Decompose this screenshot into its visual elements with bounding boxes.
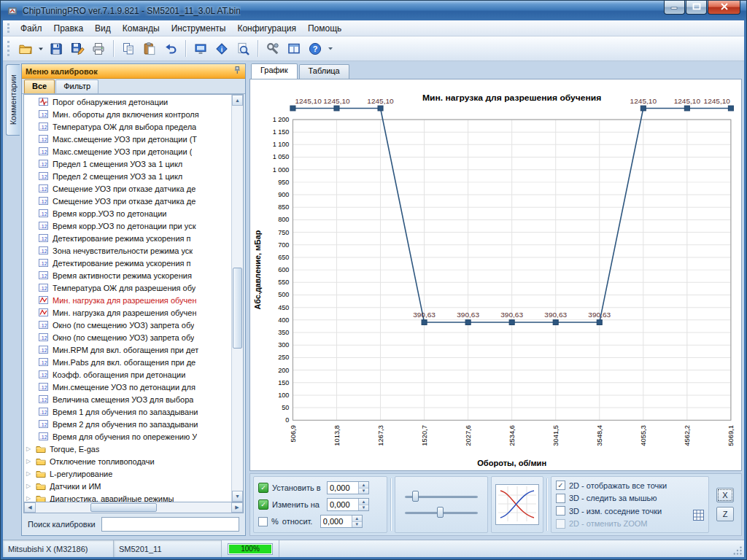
- chart-point[interactable]: [728, 106, 733, 111]
- tree-item[interactable]: Мин. нагрузка для разрешения обучен: [24, 306, 231, 319]
- scroll-up-icon[interactable]: ▲: [232, 95, 243, 106]
- vertical-scrollbar[interactable]: ▲ ▼: [231, 95, 243, 502]
- tree-item[interactable]: .12Предел 2 смещения УОЗ за 1 цикл: [24, 170, 231, 182]
- tree-item[interactable]: .12Предел 1 смещения УОЗ за 1 цикл: [24, 158, 231, 170]
- maximize-button[interactable]: [686, 1, 707, 15]
- toolbar-info-button[interactable]: i: [212, 39, 232, 59]
- menu-item-6[interactable]: Помощь: [302, 21, 347, 36]
- tree-item[interactable]: .12Детектирование режима ускорения п: [24, 232, 231, 244]
- expand-icon[interactable]: ▷: [26, 470, 36, 477]
- toolbar-search-button[interactable]: [233, 39, 253, 59]
- pin-icon[interactable]: [233, 66, 241, 77]
- chart-point[interactable]: [378, 106, 383, 111]
- tree-item[interactable]: .12Время активности режима ускорения: [24, 269, 231, 281]
- scroll-left-icon[interactable]: ◀: [24, 502, 36, 513]
- expand-icon[interactable]: ▷: [26, 495, 36, 502]
- menu-item-3[interactable]: Команды: [117, 21, 166, 36]
- tree-item[interactable]: Порог обнаружения детонации: [24, 96, 231, 108]
- spin-down-icon[interactable]: ▼: [359, 489, 368, 494]
- x-axis-button[interactable]: X: [716, 488, 734, 502]
- horizontal-scrollbar[interactable]: ◀ ▶: [23, 502, 244, 513]
- calibration-tab-1[interactable]: Фильтр: [55, 79, 98, 93]
- chart-point[interactable]: [509, 320, 514, 325]
- percent-checkbox[interactable]: [258, 517, 268, 526]
- display-option-row-2[interactable]: 3D - изм. соседние точки: [556, 505, 704, 517]
- display-option-row-0[interactable]: ✓2D - отображать все точки: [556, 480, 704, 491]
- option-checkbox[interactable]: ✓: [556, 481, 565, 490]
- tree-item[interactable]: .12Время корр.УОЗ по детонации: [24, 207, 231, 219]
- set-value-apply-icon[interactable]: ✓: [258, 483, 268, 493]
- set-value-input[interactable]: [328, 482, 358, 494]
- tree-item[interactable]: .12Величина смещения УОЗ для выбора: [24, 393, 231, 405]
- tree-item[interactable]: .12Мин. обороты для включения контроля: [24, 108, 231, 120]
- toolbar-drag-handle[interactable]: [7, 41, 11, 56]
- change-value-apply-icon[interactable]: ✓: [258, 499, 268, 510]
- menu-item-5[interactable]: Конфигурация: [231, 21, 302, 36]
- horizontal-scroll-thumb[interactable]: [90, 503, 157, 512]
- spin-up-icon[interactable]: ▲: [359, 482, 368, 489]
- relative-input[interactable]: [321, 516, 352, 527]
- toolbar-undo-button[interactable]: [160, 39, 181, 59]
- view-tab-0[interactable]: График: [251, 63, 298, 79]
- tree-item[interactable]: .12Время 1 для обучения по запаздывани: [24, 405, 231, 418]
- tree-item[interactable]: .12Температура ОЖ для разрешения обу: [24, 281, 231, 294]
- toolbar-help-button[interactable]: ?: [305, 39, 325, 59]
- expand-icon[interactable]: ▷: [26, 446, 36, 452]
- menu-item-2[interactable]: Вид: [89, 21, 117, 36]
- toolbar-module-button[interactable]: [190, 39, 211, 59]
- toolbar-more-button[interactable]: [326, 39, 335, 59]
- tree-folder[interactable]: ▷Диагностика, аварийные режимы: [24, 492, 231, 502]
- toolbar-save-button[interactable]: [46, 39, 66, 59]
- scroll-down-icon[interactable]: ▼: [232, 491, 243, 502]
- z-axis-button[interactable]: Z: [716, 507, 734, 521]
- menubar-drag-handle[interactable]: [7, 23, 11, 34]
- view-tab-1[interactable]: Таблица: [299, 64, 349, 79]
- vertical-scroll-track[interactable]: [232, 106, 243, 491]
- tree-item[interactable]: .12Мин.Pabs для вкл. обогащения при де: [24, 356, 231, 368]
- tree-item[interactable]: .12Макс.смещение УОЗ при детонации (Т: [24, 133, 231, 145]
- tree-folder[interactable]: ▷Torque, E-gas: [24, 443, 231, 455]
- tree-folder[interactable]: ▷Отключение топливоподачи: [24, 455, 231, 467]
- resize-grip[interactable]: [731, 540, 744, 557]
- option-checkbox[interactable]: [556, 506, 565, 516]
- chart-point[interactable]: [684, 106, 689, 111]
- comments-tab[interactable]: Комментарии: [6, 64, 20, 136]
- tree-item[interactable]: .12Окно (по смещению УОЗ) запрета обу: [24, 319, 231, 331]
- toolbar-print-button[interactable]: [88, 39, 109, 59]
- tree-item[interactable]: .12Смещение УОЗ при отказе датчика де: [24, 195, 231, 207]
- chart-point[interactable]: [640, 106, 646, 111]
- grid-icon[interactable]: [692, 509, 705, 521]
- tree-folder[interactable]: ▷L-регулирование: [24, 467, 231, 480]
- slider-thumb[interactable]: [437, 507, 444, 518]
- chart-point[interactable]: [553, 320, 558, 325]
- tree-folder[interactable]: ▷Датчики и ИМ: [24, 480, 231, 492]
- tree-item[interactable]: .12Коэфф. обогащения при детонации: [24, 368, 231, 381]
- title-bar[interactable]: ChipTuningPRO ver.7.1.9.821 - SM5201_11_…: [1, 1, 746, 20]
- expand-icon[interactable]: ▷: [26, 483, 36, 489]
- menu-item-0[interactable]: Файл: [15, 21, 48, 36]
- toolbar-open-button[interactable]: [15, 39, 36, 59]
- slider-thumb[interactable]: [412, 491, 419, 502]
- menu-item-1[interactable]: Правка: [48, 21, 90, 36]
- chart-point[interactable]: [597, 320, 602, 325]
- chart-point[interactable]: [465, 320, 471, 325]
- horizontal-slider-1[interactable]: [403, 490, 479, 503]
- toolbar-open-arrow-button[interactable]: [36, 39, 45, 59]
- spin-down-icon[interactable]: ▼: [352, 522, 362, 528]
- tree-item[interactable]: .12Детектирование режима ускорения п: [24, 257, 231, 269]
- calibration-tab-0[interactable]: Все: [24, 79, 55, 93]
- tree-item[interactable]: .12Мин.RPM для вкл. обогащения при дет: [24, 343, 231, 356]
- chart-point[interactable]: [334, 106, 339, 111]
- horizontal-scroll-track[interactable]: [36, 502, 231, 513]
- toolbar-save-as-button[interactable]: [67, 39, 88, 59]
- display-option-row-3[interactable]: 2D - отменить ZOOM: [556, 518, 704, 530]
- tree-item[interactable]: .12Зона нечувствительности режима уск: [24, 244, 231, 257]
- spin-down-icon[interactable]: ▼: [359, 505, 368, 511]
- expand-icon[interactable]: ▷: [26, 458, 36, 464]
- option-checkbox[interactable]: [556, 494, 565, 503]
- tree-item[interactable]: .12Температура ОЖ для выбора предела: [24, 120, 231, 133]
- spin-up-icon[interactable]: ▲: [359, 499, 368, 505]
- toolbar-paste-button[interactable]: [139, 39, 160, 59]
- chart-point[interactable]: [422, 320, 427, 325]
- tree-item[interactable]: Мин. нагрузка для разрешения обучен: [24, 294, 231, 306]
